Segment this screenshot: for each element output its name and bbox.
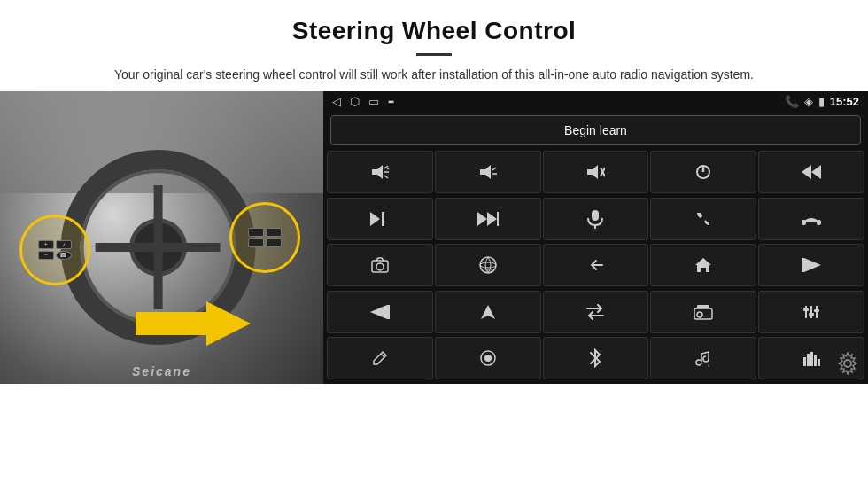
sw-background: + ♪ − ☎ xyxy=(0,91,323,384)
svg-rect-51 xyxy=(807,354,810,366)
svg-rect-44 xyxy=(809,313,814,316)
spoke-vertical xyxy=(153,185,162,310)
svg-rect-50 xyxy=(803,357,806,366)
svg-marker-10 xyxy=(587,165,598,179)
svg-text:360°: 360° xyxy=(484,268,493,273)
yellow-arrow xyxy=(136,300,251,348)
phone-icon: 📞 xyxy=(785,95,799,108)
svg-point-39 xyxy=(697,312,702,317)
home-icon[interactable]: ⬡ xyxy=(350,95,360,108)
power-button[interactable] xyxy=(650,151,756,193)
svg-rect-52 xyxy=(810,352,813,366)
circle-left-highlight: + ♪ − ☎ xyxy=(19,215,90,285)
hu-panel: ◁ ⬡ ▭ ▪▪ 📞 ◈ ▮ 15:52 Begin learn + xyxy=(323,91,868,384)
back-icon[interactable]: ◁ xyxy=(332,95,341,108)
hangup-button[interactable] xyxy=(758,198,864,240)
home-nav-button[interactable] xyxy=(650,244,756,286)
skip-start-button[interactable] xyxy=(758,244,864,286)
svg-marker-34 xyxy=(370,305,387,319)
svg-marker-36 xyxy=(481,305,495,319)
svg-marker-1 xyxy=(372,165,383,179)
recents-icon[interactable]: ▭ xyxy=(368,95,379,108)
svg-marker-19 xyxy=(477,212,487,226)
content-area: + ♪ − ☎ xyxy=(0,91,868,384)
svg-rect-24 xyxy=(802,220,806,225)
svg-point-55 xyxy=(844,360,851,367)
svg-rect-18 xyxy=(382,212,384,226)
camera-button[interactable] xyxy=(327,244,433,286)
svg-rect-35 xyxy=(387,305,390,319)
svg-rect-38 xyxy=(697,305,709,308)
svg-text:♪: ♪ xyxy=(707,363,710,367)
circle-right-highlight xyxy=(229,202,300,273)
begin-learn-button[interactable]: Begin learn xyxy=(330,115,861,145)
page-subtitle: Your original car's steering wheel contr… xyxy=(71,65,797,84)
mixer-button[interactable] xyxy=(758,291,864,333)
svg-marker-15 xyxy=(811,165,821,179)
vol-down-button[interactable]: − xyxy=(435,151,541,193)
svg-line-4 xyxy=(384,176,388,178)
radio-button[interactable] xyxy=(650,291,756,333)
svg-marker-33 xyxy=(804,258,821,272)
svg-rect-53 xyxy=(814,355,817,366)
svg-marker-0 xyxy=(136,301,251,346)
header-section: Steering Wheel Control Your original car… xyxy=(0,0,868,91)
edit-button[interactable] xyxy=(327,337,433,379)
mic-button[interactable] xyxy=(543,198,649,240)
call-button[interactable] xyxy=(650,198,756,240)
svg-marker-6 xyxy=(480,165,491,179)
svg-marker-20 xyxy=(487,212,497,226)
next-button[interactable] xyxy=(327,198,433,240)
svg-marker-17 xyxy=(370,212,380,226)
fast-fwd-button[interactable] xyxy=(435,198,541,240)
page-wrapper: Steering Wheel Control Your original car… xyxy=(0,0,868,484)
music-button[interactable]: ♪ xyxy=(650,337,756,379)
page-title: Steering Wheel Control xyxy=(53,16,815,46)
svg-rect-21 xyxy=(497,212,499,226)
record-button[interactable] xyxy=(435,337,541,379)
svg-text:+: + xyxy=(386,166,390,172)
svg-point-27 xyxy=(376,263,384,270)
status-bar: ◁ ⬡ ▭ ▪▪ 📞 ◈ ▮ 15:52 xyxy=(323,91,868,112)
back-nav-button[interactable] xyxy=(543,244,649,286)
battery-icon: ▮ xyxy=(818,95,825,108)
status-bar-right: 📞 ◈ ▮ 15:52 xyxy=(785,95,859,108)
svg-rect-45 xyxy=(814,309,819,312)
mute-button[interactable] xyxy=(543,151,649,193)
svg-rect-22 xyxy=(592,210,599,221)
svg-point-48 xyxy=(484,355,492,362)
switch-button[interactable] xyxy=(543,291,649,333)
svg-rect-32 xyxy=(802,258,804,272)
svg-rect-54 xyxy=(818,359,820,366)
steering-wheel-photo: + ♪ − ☎ xyxy=(0,91,323,384)
status-bar-left: ◁ ⬡ ▭ ▪▪ xyxy=(332,95,394,108)
navigation-button[interactable] xyxy=(435,291,541,333)
svg-marker-31 xyxy=(695,258,711,272)
svg-text:−: − xyxy=(493,170,498,178)
wifi-icon: ◈ xyxy=(804,95,813,108)
svg-rect-25 xyxy=(817,220,821,225)
bluetooth-button[interactable] xyxy=(543,337,649,379)
view-360-button[interactable]: 360° xyxy=(435,244,541,286)
svg-line-46 xyxy=(381,354,384,357)
svg-marker-16 xyxy=(802,165,811,179)
icons-grid: + − xyxy=(323,149,868,384)
signal-icon: ▪▪ xyxy=(388,97,394,106)
svg-rect-43 xyxy=(803,308,809,311)
prev-track-button[interactable] xyxy=(758,151,864,193)
title-divider xyxy=(416,53,452,56)
seicane-watermark: Seicane xyxy=(132,364,191,379)
settings-gear-button[interactable] xyxy=(836,352,859,379)
clock: 15:52 xyxy=(830,95,859,108)
vol-up-button[interactable]: + xyxy=(327,151,433,193)
skip-end-button[interactable] xyxy=(327,291,433,333)
